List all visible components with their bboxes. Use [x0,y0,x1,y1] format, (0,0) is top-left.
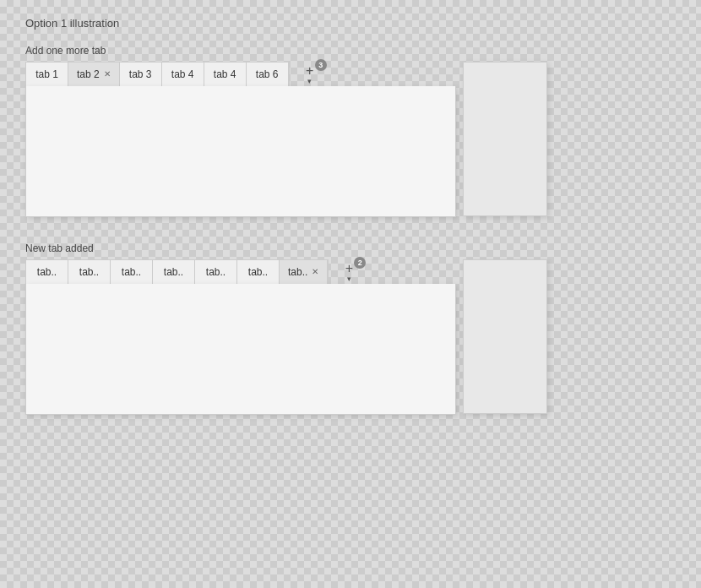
s-tab-7[interactable]: tab.. ✕ [280,260,328,284]
section2-tab-list: tab.. tab.. tab.. tab.. tab.. [25,259,329,284]
page-content: Option 1 illustration Add one more tab t… [0,0,701,457]
s-tab-3[interactable]: tab.. [111,260,153,284]
tab-2-label: tab 2 [77,68,100,80]
s-tab-5-label: tab.. [206,266,226,278]
section1-layout: tab 1 tab 2 ✕ tab 3 tab 4 [25,62,676,217]
section2-badge: 2 [354,257,366,269]
s-tab-7-label: tab.. [288,266,307,278]
section1-right-panel [463,62,547,216]
tab-4b[interactable]: tab 4 [204,63,247,86]
section1-content-area [25,86,456,217]
tab-6-label: tab 6 [256,68,279,80]
tab-2-close[interactable]: ✕ [104,70,111,79]
s-tab-7-close[interactable]: ✕ [312,268,318,276]
tab-1-label: tab 1 [35,68,58,80]
s-tab-6-label: tab.. [248,266,268,278]
section1-add-tab-btn[interactable]: + ▾ 3 [295,63,325,86]
tab-2[interactable]: tab 2 ✕ [68,63,120,86]
tab-1[interactable]: tab 1 [26,63,68,86]
section1-tab-bar-row: tab 1 tab 2 ✕ tab 3 tab 4 [25,62,456,86]
section1-left: tab 1 tab 2 ✕ tab 3 tab 4 [25,62,456,217]
section1-plus-icon: + [306,64,313,78]
s-tab-1-label: tab.. [37,266,57,278]
section2-dropdown-icon: ▾ [347,275,351,283]
section-add-tab: Add one more tab tab 1 tab 2 ✕ [25,45,676,217]
section2-add-tab-btn[interactable]: + ▾ 2 [334,260,364,284]
section2-layout: tab.. tab.. tab.. tab.. tab.. [25,259,676,415]
tab-6[interactable]: tab 6 [247,63,289,86]
section2-left: tab.. tab.. tab.. tab.. tab.. [25,259,456,415]
tab-3[interactable]: tab 3 [120,63,162,86]
tab-3-label: tab 3 [129,68,152,80]
section1-label: Add one more tab [25,45,676,57]
tab-4b-label: tab 4 [214,68,236,80]
section2-tab-bar-row: tab.. tab.. tab.. tab.. tab.. [25,259,456,284]
tab-4a[interactable]: tab 4 [162,63,204,86]
section-new-tab: New tab added tab.. tab.. tab.. [25,242,676,415]
section2-right-panel [463,259,547,414]
s-tab-3-label: tab.. [122,266,141,278]
s-tab-1[interactable]: tab.. [26,260,68,284]
section1-dropdown-icon: ▾ [307,78,312,85]
s-tab-5[interactable]: tab.. [195,260,237,284]
s-tab-2-label: tab.. [79,266,99,278]
section2-plus-icon: + [345,262,353,275]
section1-tab-list: tab 1 tab 2 ✕ tab 3 tab 4 [25,62,290,86]
section2-label: New tab added [25,242,676,254]
s-tab-2[interactable]: tab.. [68,260,111,284]
s-tab-4[interactable]: tab.. [153,260,195,284]
tab-4a-label: tab 4 [171,68,194,80]
page-title: Option 1 illustration [25,17,676,30]
s-tab-4-label: tab.. [164,266,183,278]
section1-badge: 3 [315,59,327,71]
section2-content-area [25,284,456,415]
s-tab-6[interactable]: tab.. [237,260,280,284]
